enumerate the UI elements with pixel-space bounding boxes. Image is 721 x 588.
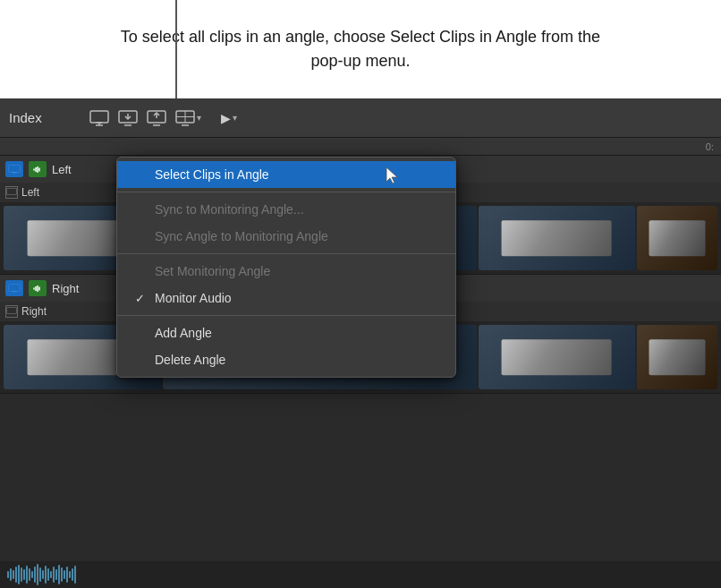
waveform-bar bbox=[21, 567, 22, 582]
menu-item-sync-angle: Sync Angle to Monitoring Angle bbox=[117, 223, 455, 250]
view-buttons: ▾ bbox=[86, 107, 205, 130]
menu-item-delete-angle[interactable]: Delete Angle bbox=[117, 346, 455, 373]
menu-item-add-angle[interactable]: Add Angle bbox=[117, 320, 455, 346]
svg-rect-18 bbox=[9, 284, 21, 291]
popup-menu: Select Clips in Angle Sync to Monitoring… bbox=[116, 157, 456, 378]
waveform-bar bbox=[72, 568, 73, 581]
monitor-button[interactable] bbox=[86, 107, 113, 130]
select-clips-label: Select Clips in Angle bbox=[155, 167, 269, 182]
menu-item-select-clips[interactable]: Select Clips in Angle bbox=[117, 161, 455, 188]
left-audio-icon bbox=[29, 161, 47, 177]
waveform-bar bbox=[26, 566, 28, 584]
menu-item-set-monitoring: Set Monitoring Angle bbox=[117, 258, 455, 285]
waveform-bar bbox=[58, 565, 60, 584]
right-angle-icon bbox=[5, 305, 18, 318]
waveform-bar bbox=[61, 567, 63, 582]
sync-monitoring-label: Sync to Monitoring Angle... bbox=[155, 202, 304, 217]
svg-rect-14 bbox=[9, 165, 21, 172]
waveform-bar bbox=[15, 567, 17, 583]
menu-separator-3 bbox=[117, 315, 455, 316]
sync-angle-label: Sync Angle to Monitoring Angle bbox=[155, 229, 328, 243]
waveform-bar bbox=[13, 570, 14, 579]
monitor-upload-icon bbox=[147, 110, 166, 126]
menu-separator-2 bbox=[117, 253, 455, 254]
monitor-grid-icon bbox=[175, 110, 195, 126]
play-dropdown-button[interactable]: ▶ ▾ bbox=[217, 109, 241, 127]
monitor-download-button[interactable] bbox=[115, 107, 141, 130]
waveform-bar bbox=[23, 569, 25, 580]
right-clip-3 bbox=[479, 325, 636, 389]
waveform-bar bbox=[50, 571, 52, 578]
monitor-audio-checkmark: ✓ bbox=[135, 292, 149, 305]
waveform-bar bbox=[74, 566, 76, 584]
right-angle-text: Right bbox=[21, 305, 47, 318]
grid-dropdown-chevron: ▾ bbox=[197, 113, 201, 123]
timeline-ruler: 0: bbox=[0, 138, 721, 156]
play-icon: ▶ bbox=[221, 111, 231, 125]
monitor-download-icon bbox=[118, 110, 138, 126]
waveform-bar bbox=[53, 567, 55, 583]
menu-item-monitor-audio[interactable]: ✓ Monitor Audio bbox=[117, 285, 455, 311]
right-clip-right bbox=[637, 325, 717, 389]
add-angle-label: Add Angle bbox=[155, 326, 212, 340]
annotation-text: To select all clips in an angle, choose … bbox=[107, 25, 614, 73]
monitor-grid-dropdown-button[interactable]: ▾ bbox=[172, 108, 205, 128]
play-chevron: ▾ bbox=[233, 113, 237, 123]
right-audio-icon bbox=[29, 280, 47, 296]
waveform-bar bbox=[37, 564, 38, 585]
svg-rect-0 bbox=[90, 111, 108, 123]
annotation-area: To select all clips in an angle, choose … bbox=[0, 0, 721, 98]
waveform-bar bbox=[31, 571, 33, 578]
waveform-bar bbox=[10, 568, 12, 581]
app-area: Index bbox=[0, 98, 721, 588]
toolbar: Index bbox=[0, 98, 721, 138]
left-monitor-icon bbox=[5, 161, 23, 177]
left-track-label: Left bbox=[52, 163, 72, 176]
waveform-bar bbox=[64, 570, 65, 579]
waveform-area bbox=[0, 561, 721, 588]
waveform-bar bbox=[69, 571, 71, 578]
set-monitoring-label: Set Monitoring Angle bbox=[155, 264, 270, 278]
waveform-bar bbox=[45, 566, 47, 584]
svg-rect-17 bbox=[7, 189, 17, 195]
monitor-icon bbox=[89, 110, 109, 126]
monitor-upload-button[interactable] bbox=[143, 107, 170, 130]
svg-rect-21 bbox=[7, 308, 17, 314]
menu-item-sync-monitoring: Sync to Monitoring Angle... bbox=[117, 196, 455, 223]
vertical-line-indicator bbox=[175, 0, 177, 98]
left-angle-icon bbox=[5, 186, 18, 199]
waveform-bar bbox=[7, 571, 9, 578]
left-clip-right bbox=[637, 206, 717, 270]
left-clip-3 bbox=[479, 206, 636, 270]
waveform-bar bbox=[47, 568, 49, 581]
waveform-bar bbox=[29, 568, 30, 581]
right-monitor-icon bbox=[5, 280, 23, 296]
waveform-bar bbox=[42, 570, 44, 579]
waveform-bar bbox=[18, 565, 20, 584]
waveform-bar bbox=[34, 567, 36, 583]
waveform-bar bbox=[55, 569, 57, 580]
delete-angle-label: Delete Angle bbox=[155, 353, 225, 367]
timecode: 0: bbox=[706, 138, 714, 156]
waveform-bar bbox=[66, 567, 68, 583]
waveform-bar bbox=[39, 567, 41, 582]
menu-separator-1 bbox=[117, 192, 455, 192]
index-title: Index bbox=[9, 110, 63, 125]
right-track-label: Right bbox=[52, 282, 79, 295]
left-angle-text: Left bbox=[21, 186, 39, 199]
monitor-audio-label: Monitor Audio bbox=[155, 291, 232, 305]
